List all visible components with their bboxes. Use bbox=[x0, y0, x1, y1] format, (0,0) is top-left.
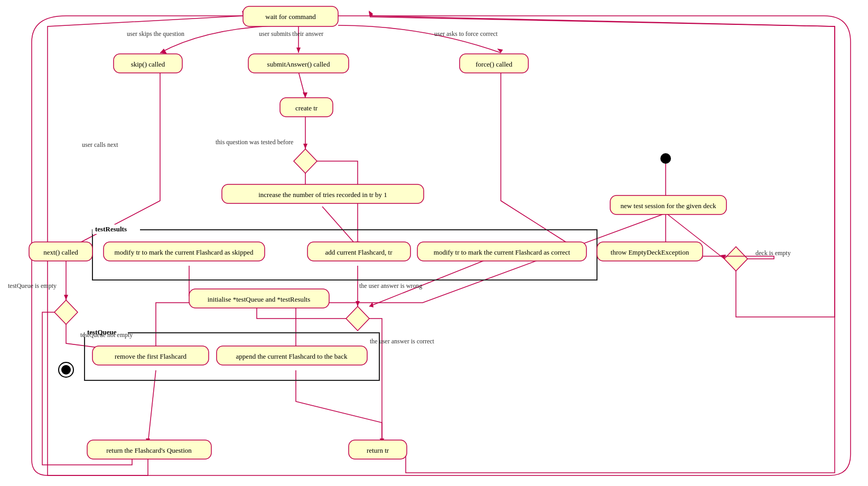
increase-tries-label: increase the number of tries recorded in… bbox=[258, 191, 387, 199]
create-tr-label: create tr bbox=[295, 104, 318, 112]
add-current-label: add current Flashcard, tr bbox=[325, 248, 393, 256]
label-user-submits: user submits their answer bbox=[259, 30, 323, 38]
skip-called-label: skip() called bbox=[131, 60, 165, 68]
label-testqueue-empty: testQueue is empty bbox=[8, 282, 57, 289]
return-tr-label: return tr bbox=[367, 446, 389, 454]
initial-state bbox=[660, 153, 671, 164]
label-user-calls-next: user calls next bbox=[82, 141, 118, 148]
final-state-inner bbox=[61, 365, 71, 375]
diagram-container: testResults testQueue wait for command s… bbox=[0, 0, 868, 486]
throw-empty-label: throw EmptyDeckException bbox=[611, 248, 689, 256]
modify-skip-label: modify tr to mark the current Flashcard … bbox=[115, 248, 254, 256]
label-testqueue-not-empty: testQueue not empty bbox=[80, 331, 133, 339]
return-question-label: return the Flashcard's Question bbox=[106, 446, 192, 454]
wait-for-command-label: wait for command bbox=[265, 13, 316, 21]
append-current-label: append the current Flashcard to the back bbox=[236, 352, 348, 360]
submit-called-label: submitAnswer() called bbox=[267, 60, 330, 68]
modify-correct-label: modify tr to mark the current Flashcard … bbox=[434, 248, 571, 256]
force-called-label: force() called bbox=[475, 60, 512, 68]
remove-first-label: remove the first Flashcard bbox=[115, 352, 187, 360]
label-user-force: user asks to force correct bbox=[434, 30, 498, 38]
label-tested-before: this question was tested before bbox=[216, 138, 293, 146]
next-called-label: next() called bbox=[43, 248, 78, 256]
label-user-skips: user skips the question bbox=[127, 30, 184, 38]
init-queue-results-label: initialise *testQueue and *testResults bbox=[208, 295, 311, 303]
new-test-session-label: new test session for the given deck bbox=[620, 202, 716, 210]
label-deck-empty: deck is empty bbox=[755, 249, 791, 257]
label-answer-correct: the user answer is correct bbox=[370, 338, 435, 345]
testResults-label: testResults bbox=[95, 225, 127, 233]
label-answer-wrong: the user answer is wrong bbox=[359, 282, 422, 289]
